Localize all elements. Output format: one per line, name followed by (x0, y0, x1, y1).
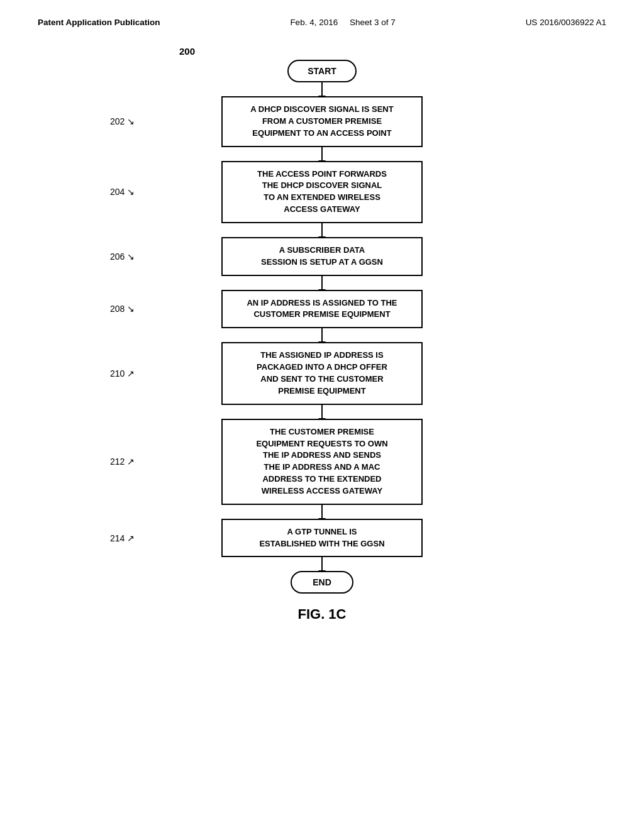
step-210-block: 210 ↗ THE ASSIGNED IP ADDRESS ISPACKAGED… (0, 342, 644, 404)
step-212-node: THE CUSTOMER PREMISEEQUIPMENT REQUESTS T… (221, 419, 423, 505)
header-date: Feb. 4, 2016 (290, 18, 338, 27)
end-node: END (291, 571, 353, 594)
step-206-block: 206 ↘ A SUBSCRIBER DATASESSION IS SETUP … (0, 237, 644, 276)
header-right: US 2016/0036922 A1 (526, 18, 606, 27)
end-block: END (0, 571, 644, 594)
diagram-number: 200 (179, 46, 195, 57)
arrow-0 (321, 82, 323, 96)
step-202-label: 202 ↘ (110, 116, 135, 126)
step-202-block: 202 ↘ A DHCP DISCOVER SIGNAL IS SENTFROM… (0, 96, 644, 147)
step-208-block: 208 ↘ AN IP ADDRESS IS ASSIGNED TO THECU… (0, 290, 644, 329)
start-node: START (287, 60, 357, 82)
arrow-6 (321, 505, 323, 519)
step-204-node: THE ACCESS POINT FORWARDSTHE DHCP DISCOV… (221, 161, 423, 223)
diagram-container: 200 START 202 ↘ A DHCP DISCOVER SIGNAL I… (0, 27, 644, 622)
header-left: Patent Application Publication (38, 18, 160, 27)
step-208-node: AN IP ADDRESS IS ASSIGNED TO THECUSTOMER… (221, 290, 423, 329)
step-204-block: 204 ↘ THE ACCESS POINT FORWARDSTHE DHCP … (0, 161, 644, 223)
step-214-block: 214 ↗ A GTP TUNNEL ISESTABLISHED WITH TH… (0, 519, 644, 558)
step-206-label: 206 ↘ (110, 252, 135, 262)
header-sheet: Sheet 3 of 7 (350, 18, 396, 27)
step-208-label: 208 ↘ (110, 304, 135, 314)
arrow-1 (321, 147, 323, 161)
step-214-node: A GTP TUNNEL ISESTABLISHED WITH THE GGSN (221, 519, 423, 558)
arrow-4 (321, 328, 323, 342)
step-202-node: A DHCP DISCOVER SIGNAL IS SENTFROM A CUS… (221, 96, 423, 147)
step-206-node: A SUBSCRIBER DATASESSION IS SETUP AT A G… (221, 237, 423, 276)
step-214-label: 214 ↗ (110, 533, 135, 543)
arrow-7 (321, 557, 323, 571)
page-header: Patent Application Publication Feb. 4, 2… (0, 0, 644, 27)
step-210-node: THE ASSIGNED IP ADDRESS ISPACKAGED INTO … (221, 342, 423, 404)
start-block: START (0, 60, 644, 82)
step-204-label: 204 ↘ (110, 187, 135, 197)
step-210-label: 210 ↗ (110, 368, 135, 379)
fig-caption: FIG. 1C (297, 606, 346, 622)
header-center: Feb. 4, 2016 Sheet 3 of 7 (290, 18, 395, 27)
arrow-5 (321, 405, 323, 419)
step-212-label: 212 ↗ (110, 456, 135, 467)
step-212-block: 212 ↗ THE CUSTOMER PREMISEEQUIPMENT REQU… (0, 419, 644, 505)
arrow-2 (321, 223, 323, 237)
arrow-3 (321, 276, 323, 290)
